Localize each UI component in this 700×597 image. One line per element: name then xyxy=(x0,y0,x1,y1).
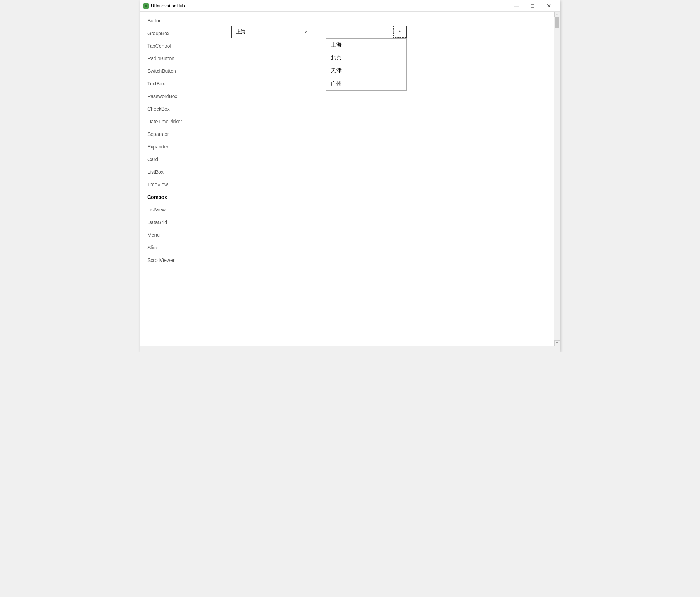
sidebar-item-passwordbox[interactable]: PasswordBox xyxy=(140,90,217,103)
sidebar-item-checkbox[interactable]: CheckBox xyxy=(140,103,217,115)
close-button[interactable]: ✕ xyxy=(541,0,557,12)
sidebar-item-button[interactable]: Button xyxy=(140,14,217,27)
title-bar-controls: — □ ✕ xyxy=(508,0,557,12)
sidebar-item-listview[interactable]: ListView xyxy=(140,203,217,216)
sidebar-item-tabcontrol[interactable]: TabControl xyxy=(140,40,217,52)
combobox-right: ^ 上海北京天津广州 xyxy=(326,26,407,91)
content-area: ButtonGroupBoxTabControlRadioButtonSwitc… xyxy=(140,12,560,352)
sidebar-item-separator[interactable]: Separator xyxy=(140,128,217,140)
sidebar-item-expander[interactable]: Expander xyxy=(140,140,217,153)
sidebar-item-card[interactable]: Card xyxy=(140,153,217,166)
sidebar-item-menu[interactable]: Menu xyxy=(140,229,217,241)
main-content: 上海 ∨ ^ 上海北京天津广州 xyxy=(217,12,560,352)
sidebar-item-datetimepicker[interactable]: DateTimePicker xyxy=(140,115,217,128)
dropdown-item-1[interactable]: 北京 xyxy=(326,51,406,64)
combobox-arrow-icon: ∨ xyxy=(304,29,307,34)
combobox-dropdown: 上海北京天津广州 xyxy=(326,38,407,91)
combobox-open-container: ^ 上海北京天津广州 xyxy=(326,26,407,91)
sidebar-item-scrollviewer[interactable]: ScrollViewer xyxy=(140,254,217,266)
scrollbar-down-arrow[interactable]: ▼ xyxy=(554,340,560,346)
combobox-left: 上海 ∨ xyxy=(231,26,312,91)
dropdown-item-3[interactable]: 广州 xyxy=(326,77,406,90)
dropdown-item-0[interactable]: 上海 xyxy=(326,39,406,51)
combobox-closed[interactable]: 上海 ∨ xyxy=(231,26,312,38)
sidebar-item-textbox[interactable]: TextBox xyxy=(140,77,217,90)
sidebar-item-treeview[interactable]: TreeView xyxy=(140,178,217,191)
combobox-toggle-button[interactable]: ^ xyxy=(393,26,406,38)
sidebar-item-groupbox[interactable]: GroupBox xyxy=(140,27,217,40)
combobox-section: 上海 ∨ ^ 上海北京天津广州 xyxy=(231,26,546,91)
scrollbar-thumb[interactable] xyxy=(555,17,559,28)
title-bar: UIInnovationHub — □ ✕ xyxy=(140,0,560,12)
scrollbar-up-arrow[interactable]: ▲ xyxy=(554,12,560,17)
main-window: UIInnovationHub — □ ✕ ButtonGroupBoxTabC… xyxy=(140,0,560,352)
combobox-input[interactable] xyxy=(326,26,393,38)
dropdown-item-2[interactable]: 天津 xyxy=(326,64,406,77)
horizontal-scrollbar[interactable] xyxy=(140,346,554,352)
title-bar-left: UIInnovationHub xyxy=(143,3,185,9)
sidebar-item-switchbutton[interactable]: SwitchButton xyxy=(140,65,217,77)
combobox-input-row: ^ xyxy=(326,26,407,38)
sidebar-item-slider[interactable]: Slider xyxy=(140,241,217,254)
minimize-button[interactable]: — xyxy=(508,0,525,12)
vertical-scrollbar[interactable]: ▲ ▼ xyxy=(554,12,560,346)
maximize-button[interactable]: □ xyxy=(525,0,541,12)
sidebar: ButtonGroupBoxTabControlRadioButtonSwitc… xyxy=(140,12,217,352)
combobox-selected-value: 上海 xyxy=(236,29,246,35)
sidebar-item-datagrid[interactable]: DataGrid xyxy=(140,216,217,229)
window-title: UIInnovationHub xyxy=(151,3,185,8)
scrollbar-corner xyxy=(554,346,560,352)
sidebar-item-listbox[interactable]: ListBox xyxy=(140,166,217,178)
sidebar-item-radiobutton[interactable]: RadioButton xyxy=(140,52,217,65)
sidebar-item-combox[interactable]: Combox xyxy=(140,191,217,203)
app-icon xyxy=(143,3,149,9)
